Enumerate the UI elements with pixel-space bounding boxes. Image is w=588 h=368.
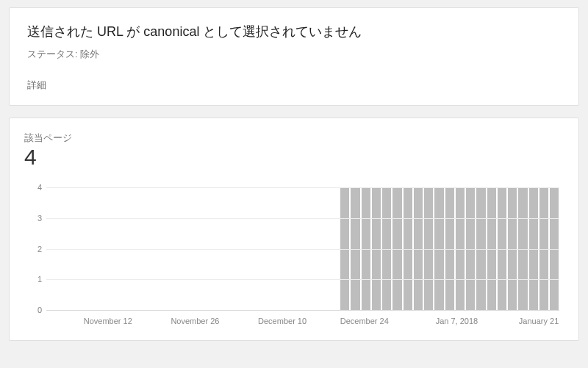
chart-gridline (46, 279, 559, 280)
chart-x-tick: Jan 7, 2018 (436, 317, 478, 325)
chart-y-tick: 3 (32, 214, 42, 223)
page-title: 送信された URL が canonical として選択されていません (27, 23, 561, 40)
chart-x-axis: November 12November 26December 10Decembe… (46, 314, 559, 328)
chart-y-tick: 1 (32, 275, 42, 284)
chart-x-tick: November 12 (84, 317, 132, 325)
chart-y-tick: 2 (32, 245, 42, 253)
chart-gridline (46, 218, 559, 219)
chart-x-tick: December 10 (258, 317, 306, 325)
details-link[interactable]: 詳細 (27, 77, 561, 92)
chart-gridline (46, 249, 559, 250)
metric-label: 該当ページ (24, 131, 564, 145)
chart-y-tick: 4 (32, 183, 42, 192)
chart-x-tick: January 21 (519, 317, 559, 325)
status-text: ステータス: 除外 (27, 48, 561, 61)
chart-area: 01234 November 12November 26December 10D… (24, 187, 564, 328)
metric-value: 4 (24, 145, 564, 170)
chart-card: 該当ページ 4 01234 November 12November 26Dece… (9, 118, 579, 341)
chart-y-tick: 0 (32, 306, 42, 314)
chart-plot: 01234 (46, 187, 559, 311)
chart-x-tick: December 24 (340, 317, 389, 325)
page: 送信された URL が canonical として選択されていません ステータス… (0, 0, 588, 360)
status-card: 送信された URL が canonical として選択されていません ステータス… (9, 7, 579, 106)
chart-x-tick: November 26 (171, 317, 219, 325)
chart-gridline (46, 187, 559, 188)
